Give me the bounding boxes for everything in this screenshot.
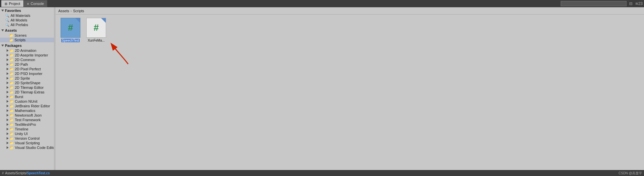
search-input[interactable] bbox=[561, 1, 627, 6]
packages-header[interactable]: Packages bbox=[0, 43, 54, 48]
folder-icon-burst: 📁 bbox=[10, 95, 14, 99]
search-icon-materials: 🔍 bbox=[5, 14, 9, 18]
sidebar-item-2d-psd[interactable]: 📁 2D PSD Importer bbox=[0, 71, 54, 76]
sidebar-item-unity-ui[interactable]: 📁 Unity UI bbox=[0, 131, 54, 136]
sidebar-item-all-prefabs[interactable]: 🔍 All Prefabs bbox=[0, 22, 54, 27]
console-tab-icon: ≡ bbox=[27, 2, 29, 6]
search-icon-models: 🔍 bbox=[5, 18, 9, 22]
file-label-xunfema: XunFeMa... bbox=[88, 39, 105, 42]
folder-icon-tmp: 📁 bbox=[10, 123, 14, 126]
pkg-arrow-2d-tilemap-ed bbox=[7, 86, 9, 89]
folder-icon-2d-spriteshape: 📁 bbox=[10, 81, 14, 85]
file-grid: # SpeechTest # XunFeMa... bbox=[56, 15, 644, 170]
folder-icon-test: 📁 bbox=[10, 118, 14, 122]
window-count-btn[interactable]: ≋23 bbox=[635, 1, 643, 6]
pkg-label-timeline: Timeline bbox=[15, 127, 28, 131]
pkg-arrow-custom-nunit bbox=[7, 100, 9, 103]
sidebar-item-2d-aseprite[interactable]: 📁 2D Aseprite Importer bbox=[0, 53, 54, 57]
status-path: Assets/Scripts/ bbox=[5, 171, 27, 175]
sidebar-item-test-framework[interactable]: 📁 Test Framework bbox=[0, 118, 54, 122]
sidebar: Favorites 🔍 All Materials 🔍 All Models 🔍… bbox=[0, 7, 54, 170]
sidebar-item-2d-sprite[interactable]: 📁 2D Sprite bbox=[0, 76, 54, 81]
sidebar-item-scenes[interactable]: 📁 Scenes bbox=[0, 33, 54, 38]
pkg-arrow-2d-sprite bbox=[7, 77, 9, 80]
folder-icon-jetbrains: 📁 bbox=[10, 104, 14, 108]
sidebar-item-custom-nunit[interactable]: 📁 Custom NUnit bbox=[0, 99, 54, 104]
file-label-speechtest: SpeechTest bbox=[61, 39, 80, 42]
sidebar-item-version-control[interactable]: 📁 Version Control bbox=[0, 136, 54, 141]
sidebar-item-label-scripts: Scripts bbox=[14, 38, 26, 42]
sidebar-item-label-all-models: All Models bbox=[11, 18, 27, 22]
favorites-header[interactable]: Favorites bbox=[0, 8, 54, 13]
folder-icon-2d-tilemap-ex: 📁 bbox=[10, 90, 14, 94]
window-collapse-btn[interactable]: ⊟ bbox=[629, 1, 632, 6]
sidebar-item-2d-spriteshape[interactable]: 📁 2D SpriteShape bbox=[0, 81, 54, 85]
tab-console[interactable]: ≡ Console bbox=[24, 0, 47, 7]
pkg-arrow-2d-common bbox=[7, 58, 9, 61]
file-item-xunfema[interactable]: # XunFeMa... bbox=[85, 18, 108, 42]
content-area: Assets › Scripts # SpeechTest # XunFeMa.… bbox=[56, 7, 644, 170]
tab-project[interactable]: ⊞ Project bbox=[1, 0, 24, 7]
pkg-arrow-2d-psd bbox=[7, 72, 9, 75]
file-icon-xunfema: # bbox=[86, 18, 106, 38]
packages-expand-icon bbox=[1, 45, 4, 47]
breadcrumb-separator: › bbox=[70, 9, 72, 13]
pkg-label-burst: Burst bbox=[15, 95, 23, 99]
sidebar-item-2d-tilemap-extras[interactable]: 📁 2D Tilemap Extras bbox=[0, 90, 54, 94]
sidebar-item-mathematics[interactable]: 📁 Mathematics bbox=[0, 108, 54, 113]
sidebar-item-2d-common[interactable]: 📁 2D Common bbox=[0, 57, 54, 62]
pkg-label-visual-scripting: Visual Scripting bbox=[15, 141, 40, 145]
assets-section: Assets 📁 Scenes 📁 Scripts bbox=[0, 28, 54, 42]
sidebar-item-all-models[interactable]: 🔍 All Models bbox=[0, 18, 54, 22]
folder-icon-math: 📁 bbox=[10, 109, 14, 113]
folder-icon-timeline: 📁 bbox=[10, 127, 14, 131]
file-corner-speechtest bbox=[75, 18, 80, 23]
pkg-label-version-control: Version Control bbox=[15, 136, 40, 140]
cs-hash-speechtest: # bbox=[68, 22, 73, 33]
pkg-arrow-2d-pixel bbox=[7, 68, 9, 70]
pkg-label-2d-spriteshape: 2D SpriteShape bbox=[15, 81, 41, 85]
folder-icon-2d-common: 📁 bbox=[10, 58, 14, 62]
project-tab-icon: ⊞ bbox=[5, 2, 7, 6]
pkg-label-unity-ui: Unity UI bbox=[15, 132, 28, 136]
breadcrumb: Assets › Scripts bbox=[56, 7, 644, 15]
file-item-speechtest[interactable]: # SpeechTest bbox=[59, 18, 82, 42]
packages-label: Packages bbox=[5, 44, 22, 48]
sidebar-item-textmeshpro[interactable]: 📁 TextMeshPro bbox=[0, 122, 54, 127]
sidebar-item-visual-scripting[interactable]: 📁 Visual Scripting bbox=[0, 141, 54, 145]
pkg-arrow-2d-spriteshape bbox=[7, 82, 9, 84]
assets-header[interactable]: Assets bbox=[0, 28, 54, 33]
tab-project-label: Project bbox=[9, 2, 20, 6]
favorites-section: Favorites 🔍 All Materials 🔍 All Models 🔍… bbox=[0, 8, 54, 27]
sidebar-item-newtonsoft[interactable]: 📁 Newtonsoft Json bbox=[0, 113, 54, 118]
sidebar-item-all-materials[interactable]: 🔍 All Materials bbox=[0, 13, 54, 18]
pkg-label-textmeshpro: TextMeshPro bbox=[15, 123, 36, 126]
pkg-label-test-framework: Test Framework bbox=[15, 118, 41, 122]
pkg-arrow-unity-ui bbox=[7, 132, 9, 135]
pkg-arrow-newtonsoft bbox=[7, 114, 9, 117]
sidebar-item-vscode[interactable]: 📁 Visual Studio Code Editor bbox=[0, 145, 54, 150]
folder-icon-scenes: 📁 bbox=[9, 34, 13, 37]
folder-icon-2d-sprite: 📁 bbox=[10, 77, 14, 80]
search-icon-prefabs: 🔍 bbox=[5, 23, 9, 27]
folder-icon-2d-aseprite: 📁 bbox=[10, 53, 14, 57]
pkg-arrow-timeline bbox=[7, 128, 9, 130]
folder-icon-scripts: 📁 bbox=[9, 38, 13, 42]
pkg-label-2d-tilemap-editor: 2D Tilemap Editor bbox=[15, 86, 43, 89]
folder-icon-2d-path: 📁 bbox=[10, 63, 14, 66]
sidebar-item-burst[interactable]: 📁 Burst bbox=[0, 94, 54, 99]
sidebar-item-jetbrains[interactable]: 📁 JetBrains Rider Editor bbox=[0, 104, 54, 108]
sidebar-item-2d-animation[interactable]: 📁 2D Animation bbox=[0, 48, 54, 53]
sidebar-item-2d-pixel-perfect[interactable]: 📁 2D Pixel Perfect bbox=[0, 67, 54, 71]
folder-icon-custom-nunit: 📁 bbox=[10, 100, 14, 103]
pkg-arrow-2d-anim bbox=[7, 49, 9, 52]
sidebar-item-2d-path[interactable]: 📁 2D Path bbox=[0, 62, 54, 67]
pkg-label-mathematics: Mathematics bbox=[15, 109, 35, 113]
pkg-label-2d-path: 2D Path bbox=[15, 62, 28, 66]
sidebar-item-timeline[interactable]: 📁 Timeline bbox=[0, 127, 54, 131]
folder-icon-version-ctrl: 📁 bbox=[10, 137, 14, 140]
cs-hash-xunfema: # bbox=[94, 22, 99, 33]
sidebar-item-scripts[interactable]: 📁 Scripts bbox=[0, 38, 54, 42]
sidebar-item-2d-tilemap-editor[interactable]: 📁 2D Tilemap Editor bbox=[0, 85, 54, 90]
pkg-arrow-jetbrains bbox=[7, 105, 9, 107]
